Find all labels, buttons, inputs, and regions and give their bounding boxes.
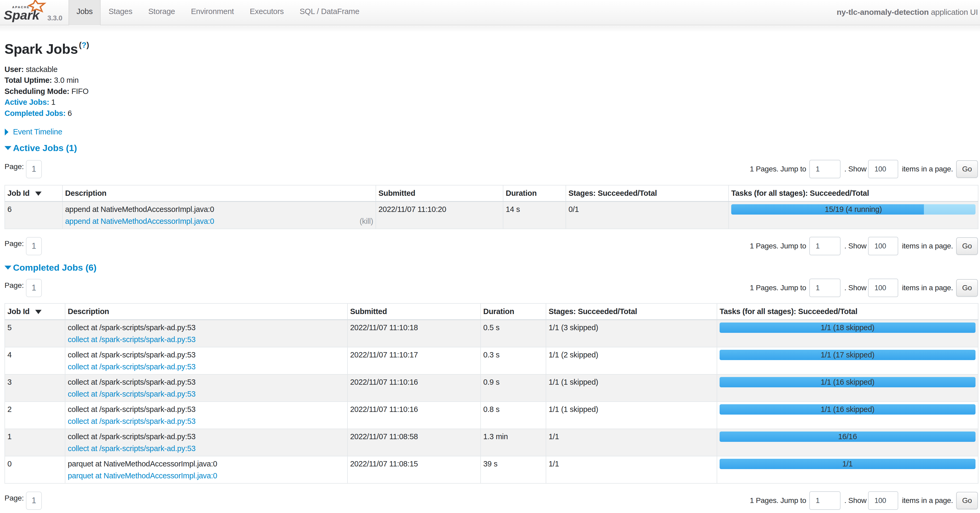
svg-text:Spark: Spark	[4, 8, 40, 22]
